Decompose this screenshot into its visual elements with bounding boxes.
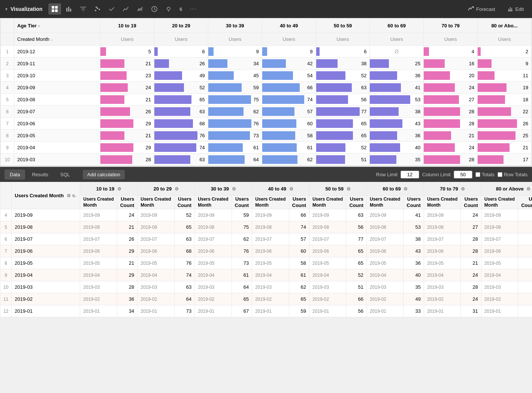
bar-fill bbox=[100, 95, 124, 104]
edit-button[interactable]: Edit bbox=[504, 3, 528, 15]
gear-icon-col7[interactable]: ⚙ bbox=[461, 186, 465, 192]
age-tier-pivot-header-6[interactable]: 60 to 69 ⚙ bbox=[366, 182, 424, 196]
edit-icon bbox=[507, 6, 513, 13]
viz-row: 92019-042974616152402421 bbox=[1, 142, 532, 154]
bar-fill bbox=[316, 131, 353, 140]
gear-icon-col6[interactable]: ⚙ bbox=[403, 186, 408, 192]
row-totals-checkbox-label[interactable]: Row Totals bbox=[498, 172, 528, 177]
age-tier-pivot-header-2[interactable]: 20 to 29 ⚙ bbox=[137, 182, 195, 196]
bar-chart-button[interactable] bbox=[63, 3, 75, 15]
col-limit-input[interactable] bbox=[454, 171, 472, 178]
results-row-number: 9 bbox=[0, 269, 12, 281]
age-tier-header[interactable]: Age Tier › bbox=[14, 19, 100, 33]
more-button[interactable]: ··· bbox=[187, 3, 200, 15]
row-totals-checkbox[interactable] bbox=[498, 172, 502, 177]
col-header-80plus[interactable]: 80 or Abo... bbox=[478, 19, 532, 33]
results-count-cell: 40 bbox=[403, 269, 424, 281]
bar-fill bbox=[100, 119, 133, 128]
bar-fill bbox=[424, 119, 460, 128]
col-header-2029[interactable]: 20 to 29 bbox=[154, 19, 208, 33]
viz-row: 72019-062968766065432826 bbox=[1, 118, 532, 130]
sql-tab[interactable]: SQL bbox=[55, 170, 75, 180]
results-count-cell: 26 bbox=[518, 245, 532, 257]
results-sub-date: 2019-07 bbox=[309, 233, 346, 245]
results-tab[interactable]: Results bbox=[27, 170, 53, 180]
bar-fill bbox=[208, 131, 250, 140]
results-sub-date: 2019-03 bbox=[366, 281, 403, 293]
created-month-header[interactable]: Created Month ↓ bbox=[14, 33, 100, 46]
add-calculation-button[interactable]: Add calculation bbox=[83, 170, 125, 179]
age-tier-pivot-header-8[interactable]: 80 or Above ⚙ bbox=[481, 182, 532, 196]
age-tier-pivot-header-1[interactable]: 10 to 19 ⚙ bbox=[80, 182, 137, 196]
bar-fill bbox=[262, 119, 296, 128]
results-count-cell: 25 bbox=[518, 257, 532, 269]
gear-icon-col5[interactable]: ⚙ bbox=[347, 186, 351, 192]
data-tab[interactable]: Data bbox=[4, 170, 25, 180]
clock-button[interactable] bbox=[148, 3, 161, 15]
results-row: 72019-062019-06292019-06682019-06762019-… bbox=[0, 245, 532, 257]
results-count-cell: 59 bbox=[289, 305, 309, 317]
totals-checkbox-label[interactable]: Totals bbox=[475, 172, 495, 177]
results-sub-date: 2019-04 bbox=[424, 269, 460, 281]
line-chart-button[interactable] bbox=[120, 3, 132, 15]
age-tier-pivot-header-5[interactable]: 50 to 59 ⚙ bbox=[309, 182, 367, 196]
results-header-row-2: Users CreatedMonth UsersCount Users Crea… bbox=[0, 196, 532, 209]
results-count-cell: 27 bbox=[461, 221, 481, 233]
gear-icon-col3[interactable]: ⚙ bbox=[232, 186, 236, 192]
bar-fill bbox=[424, 47, 429, 56]
number-button[interactable]: 6 bbox=[176, 4, 185, 14]
filter-button[interactable] bbox=[77, 3, 90, 15]
gear-icon-col4[interactable]: ⚙ bbox=[289, 186, 293, 192]
results-count-cell: 28 bbox=[461, 281, 481, 293]
results-empty-corner bbox=[0, 182, 12, 209]
col-limit-label: Column Limit bbox=[422, 172, 451, 177]
col-header-3039[interactable]: 30 to 39 bbox=[208, 19, 262, 33]
viz-table-wrapper[interactable]: Age Tier › 10 to 19 20 to 29 30 to 39 40… bbox=[0, 18, 532, 166]
col-header-6069[interactable]: 60 to 69 bbox=[370, 19, 424, 33]
bar-cell: 9 bbox=[262, 46, 316, 58]
scatter-button[interactable] bbox=[91, 3, 104, 15]
results-dim-header[interactable]: Users Created Month ⚙ ⇅↓ bbox=[12, 182, 80, 209]
sub-header-users-8: Users bbox=[478, 33, 532, 46]
area-chart-button[interactable] bbox=[134, 3, 146, 15]
gear-icon-col2[interactable]: ⚙ bbox=[175, 186, 179, 192]
age-tier-pivot-header-4[interactable]: 40 to 49 ⚙ bbox=[252, 182, 309, 196]
forecast-button[interactable]: Forecast bbox=[464, 3, 499, 15]
results-date-cell: 2019-02 bbox=[12, 293, 80, 305]
results-table-area[interactable]: Users Created Month ⚙ ⇅↓ 10 to 19 ⚙ 20 t… bbox=[0, 182, 532, 317]
bar-fill bbox=[154, 47, 158, 56]
gear-icon-col8[interactable]: ⚙ bbox=[526, 186, 531, 192]
bar-cell: 74 bbox=[154, 142, 208, 154]
results-count-cell: 60 bbox=[289, 245, 309, 257]
bar-fill bbox=[208, 119, 251, 128]
bar-cell: 6 bbox=[154, 46, 208, 58]
col-header-4049[interactable]: 40 to 49 bbox=[262, 19, 316, 33]
gear-icon-col1[interactable]: ⚙ bbox=[117, 186, 121, 192]
bar-fill bbox=[100, 59, 124, 68]
age-tier-pivot-header-3[interactable]: 30 to 39 ⚙ bbox=[195, 182, 252, 196]
col-header-7079[interactable]: 70 to 79 bbox=[424, 19, 478, 33]
bar-cell: 4 bbox=[424, 46, 478, 58]
date-cell: 2019-11 bbox=[14, 58, 100, 70]
sub-header-users-7: Users bbox=[424, 33, 478, 46]
bar-fill bbox=[262, 131, 295, 140]
checkmark-button[interactable] bbox=[105, 3, 118, 15]
totals-checkbox[interactable] bbox=[475, 172, 480, 177]
table-view-button[interactable] bbox=[48, 3, 61, 15]
map-button[interactable] bbox=[162, 3, 175, 15]
age-tier-pivot-header-7[interactable]: 70 to 79 ⚙ bbox=[424, 182, 481, 196]
row-limit-area: Row Limit Column Limit Totals Row Totals bbox=[376, 171, 528, 178]
results-count-cell: 21 bbox=[117, 221, 137, 233]
sub-h-count-8: UsersCount ⚙ bbox=[518, 196, 532, 209]
col-header-1019[interactable]: 10 to 19 bbox=[100, 19, 154, 33]
gear-icon[interactable]: ⚙ bbox=[67, 193, 71, 198]
results-date-cell: 2019-09 bbox=[12, 209, 80, 221]
date-cell: 2019-12 bbox=[14, 46, 100, 58]
results-count-cell: 65 bbox=[346, 257, 367, 269]
row-limit-input[interactable] bbox=[400, 171, 419, 178]
results-count-cell: 28 bbox=[117, 281, 137, 293]
bar-cell: 76 bbox=[154, 130, 208, 142]
results-table: Users Created Month ⚙ ⇅↓ 10 to 19 ⚙ 20 t… bbox=[0, 182, 532, 317]
col-header-5059[interactable]: 50 to 59 bbox=[316, 19, 370, 33]
results-count-cell: 51 bbox=[346, 281, 367, 293]
